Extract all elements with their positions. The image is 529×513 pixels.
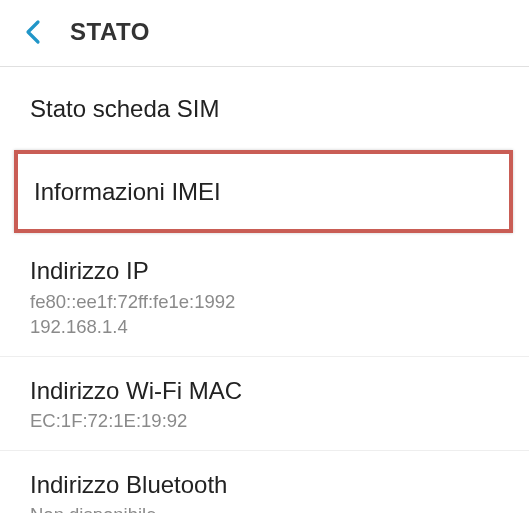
- header-bar: STATO: [0, 0, 529, 67]
- list-item-title: Stato scheda SIM: [30, 93, 499, 124]
- list-item-title: Informazioni IMEI: [34, 176, 493, 207]
- list-item-value: fe80::ee1f:72ff:fe1e:1992 192.168.1.4: [30, 290, 499, 340]
- highlight-annotation: Informazioni IMEI: [14, 150, 513, 233]
- ip-line-2: 192.168.1.4: [30, 315, 499, 340]
- list-item-title: Indirizzo Wi-Fi MAC: [30, 375, 499, 406]
- list-item-value: Non disponibile: [30, 503, 499, 513]
- page-title: STATO: [70, 18, 150, 46]
- ip-line-1: fe80::ee1f:72ff:fe1e:1992: [30, 290, 499, 315]
- list-item-ip-address[interactable]: Indirizzo IP fe80::ee1f:72ff:fe1e:1992 1…: [0, 237, 529, 355]
- back-icon[interactable]: [24, 18, 42, 46]
- list-item-value: EC:1F:72:1E:19:92: [30, 409, 499, 434]
- list-item-imei-info[interactable]: Informazioni IMEI: [18, 154, 509, 229]
- list-item-title: Indirizzo IP: [30, 255, 499, 286]
- list-item-title: Indirizzo Bluetooth: [30, 469, 499, 500]
- list-item-bluetooth-address[interactable]: Indirizzo Bluetooth Non disponibile: [0, 451, 529, 513]
- list-item-sim-status[interactable]: Stato scheda SIM: [0, 71, 529, 146]
- list-item-wifi-mac[interactable]: Indirizzo Wi-Fi MAC EC:1F:72:1E:19:92: [0, 357, 529, 450]
- settings-list: Stato scheda SIM Informazioni IMEI Indir…: [0, 67, 529, 513]
